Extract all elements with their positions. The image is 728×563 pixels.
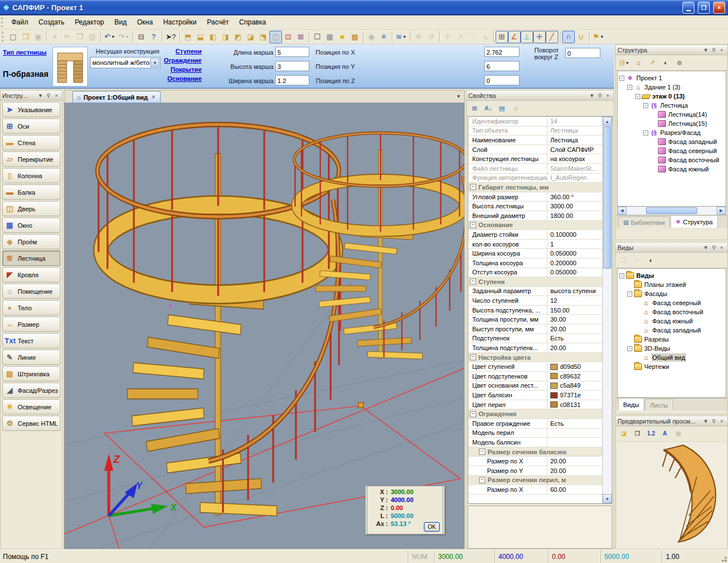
- property-row[interactable]: Габарит лестницы, мм: [468, 183, 602, 192]
- tool-button[interactable]: ◢ Фасад/Разрез: [2, 383, 60, 398]
- tree-item[interactable]: Фасад южный: [617, 165, 726, 174]
- property-value[interactable]: 3000.00: [547, 202, 602, 211]
- tree-item[interactable]: Лестница(15): [617, 119, 726, 128]
- property-value[interactable]: 97371e: [547, 391, 602, 400]
- cut[interactable]: ✂: [61, 31, 73, 43]
- property-value[interactable]: 1: [547, 240, 602, 249]
- tool-button[interactable]: ≣ Лестница: [2, 250, 60, 266]
- property-value[interactable]: [557, 409, 602, 418]
- view-right[interactable]: ◨: [219, 31, 232, 43]
- tree-item[interactable]: Лестница(14): [617, 110, 726, 119]
- view-top[interactable]: ⬒: [182, 31, 194, 43]
- tree-item[interactable]: Фасад западный: [617, 326, 726, 335]
- property-row[interactable]: Выступ проступи, мм 20.00: [468, 324, 602, 334]
- property-row[interactable]: Конструкция лестницы на косоурах: [468, 154, 602, 164]
- snap-axes[interactable]: ⊥: [521, 31, 533, 43]
- ok-button[interactable]: OK: [424, 522, 440, 532]
- sort-alphabetical[interactable]: A↓: [482, 102, 494, 114]
- property-row[interactable]: Размер по X 20.00: [468, 457, 602, 466]
- copy-view[interactable]: ❐: [617, 254, 630, 266]
- tool-button[interactable]: ⊞ Оси: [2, 118, 60, 134]
- tool-button[interactable]: ⚙ Сервис HTML: [2, 416, 60, 431]
- pin-icon[interactable]: ⚲: [44, 93, 52, 98]
- steps-link[interactable]: Ступени: [145, 48, 202, 55]
- open-file[interactable]: ❒: [19, 31, 32, 43]
- railing-link[interactable]: Ограждение: [145, 57, 202, 64]
- tree-item[interactable]: - Разрез/Фасад: [617, 128, 726, 137]
- property-value[interactable]: 20.00: [547, 343, 602, 352]
- tree-item[interactable]: Чертежи: [617, 362, 726, 371]
- tool-button[interactable]: ⌂ Помещение: [2, 283, 60, 299]
- tool-button[interactable]: ▬ Балка: [2, 184, 60, 200]
- tree-item[interactable]: - Виды: [617, 271, 726, 280]
- tree-expander[interactable]: -: [643, 103, 648, 108]
- position-y-input[interactable]: [484, 61, 520, 71]
- view-back[interactable]: ◪: [244, 31, 257, 43]
- preview-dimension-width[interactable]: 1.2: [645, 428, 657, 440]
- property-row[interactable]: Отступ косоура 0.050000: [468, 268, 602, 278]
- tree-expander[interactable]: -: [619, 273, 624, 278]
- lock-open[interactable]: ∪: [575, 31, 587, 43]
- property-row[interactable]: Угловой размер 360.00 °: [468, 192, 602, 202]
- chevron-down-icon[interactable]: ▼: [702, 418, 710, 424]
- property-value[interactable]: [557, 353, 602, 362]
- tree-item[interactable]: Общий вид: [617, 353, 726, 362]
- preview-header[interactable]: Предварительный просм... ▼ ⚲ ×: [616, 416, 727, 426]
- tool-button[interactable]: ➤ Указывание: [2, 102, 60, 117]
- render-textured[interactable]: ▩: [349, 31, 361, 43]
- tab-structure[interactable]: ❖ Структура: [670, 215, 718, 228]
- chevron-down-icon[interactable]: ▼: [588, 93, 596, 98]
- toolbar-grip[interactable]: [1, 18, 4, 27]
- property-value[interactable]: c5a849: [547, 381, 602, 391]
- close-icon[interactable]: ×: [604, 93, 612, 98]
- tool-button[interactable]: ▦ Окно: [2, 217, 60, 233]
- tool-button[interactable]: ◤ Кровля: [2, 267, 60, 282]
- property-row[interactable]: Цвет основания лест... c5a849: [468, 381, 602, 391]
- snap-grid[interactable]: ⊞: [496, 31, 508, 43]
- property-value[interactable]: c89632: [547, 372, 602, 381]
- tree-item[interactable]: - Фасады: [617, 289, 726, 298]
- snap-line[interactable]: ╱: [546, 31, 558, 43]
- marker-flag[interactable]: ⚑▼: [591, 31, 606, 43]
- property-row[interactable]: Цвет подступенков c89632: [468, 372, 602, 381]
- property-value[interactable]: 0.100000: [547, 230, 602, 239]
- menu-item[interactable]: Создать: [34, 16, 70, 28]
- property-value[interactable]: Stairs\MakerSt...: [547, 164, 602, 173]
- tab-list-chevron[interactable]: ▼: [453, 94, 464, 99]
- property-row[interactable]: Высота подступенка, ... 150.00: [468, 306, 602, 315]
- view-3d[interactable]: ⬓: [194, 31, 207, 43]
- close-icon[interactable]: ×: [718, 47, 726, 53]
- snap-incline[interactable]: ∠: [508, 31, 521, 43]
- home[interactable]: ⌂: [509, 102, 522, 114]
- tool-button[interactable]: Txt Текст: [2, 333, 60, 348]
- tree-item[interactable]: Фасад восточный: [617, 155, 726, 165]
- tree-expander[interactable]: -: [627, 85, 632, 90]
- property-row[interactable]: Диаметр стойки 0.100000: [468, 230, 602, 240]
- property-row[interactable]: Файл лестницы Stairs\MakerSt...: [468, 164, 602, 174]
- tree-item[interactable]: Фасад восточный: [617, 307, 726, 317]
- views-header[interactable]: Виды ▼ ⚲ ×: [616, 243, 727, 253]
- property-row[interactable]: Толщина проступи, мм 30.00: [468, 315, 602, 324]
- tree-item[interactable]: Фасад западный: [617, 137, 726, 146]
- pin-icon[interactable]: ⚲: [596, 93, 604, 98]
- pan[interactable]: ✥: [412, 31, 425, 43]
- tree-item[interactable]: Планы этажей: [617, 280, 726, 289]
- property-row[interactable]: Заданный параметр высота ступени: [468, 287, 602, 297]
- property-value[interactable]: Есть: [547, 334, 602, 343]
- property-row[interactable]: Размер по X 60.00: [468, 485, 602, 495]
- property-row[interactable]: Число ступеней 12: [468, 296, 602, 306]
- horizontal-scrollbar[interactable]: ◀ ▶: [617, 207, 726, 215]
- chevron-down-icon[interactable]: ▼: [702, 47, 710, 53]
- property-value[interactable]: Слой САПФИР: [547, 145, 602, 154]
- position-x-input[interactable]: [484, 47, 520, 57]
- tool-button[interactable]: ▱ Перекрытие: [2, 151, 60, 167]
- pin-icon[interactable]: ⚲: [710, 47, 718, 53]
- property-row[interactable]: Цвет ступеней d09d50: [468, 362, 602, 372]
- property-value[interactable]: 150.00: [547, 306, 602, 315]
- property-row[interactable]: Настройка цвета: [468, 353, 602, 363]
- close-icon[interactable]: ×: [52, 93, 60, 98]
- property-value[interactable]: d09d50: [547, 362, 602, 371]
- property-row[interactable]: Цвет балясин 97371e: [468, 391, 602, 400]
- minimize-button[interactable]: ▁: [682, 2, 694, 14]
- rotation-z-input[interactable]: [565, 48, 600, 58]
